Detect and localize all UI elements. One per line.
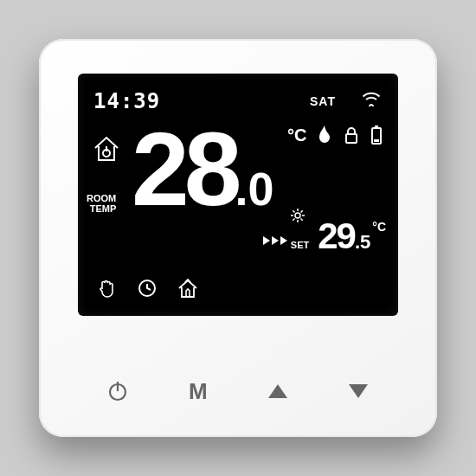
chevron-up-icon [268, 384, 287, 398]
arrow-right-icon [263, 236, 287, 245]
mode-icons-row [97, 278, 199, 302]
manual-hand-icon [97, 278, 118, 302]
room-temp-whole: 28 [132, 117, 236, 221]
mode-button-label: M [189, 378, 208, 405]
day-of-week: SAT [310, 94, 336, 108]
room-temperature: 28 .0 °C [132, 117, 274, 221]
room-label-line1: ROOM [87, 193, 116, 203]
room-temp-unit: °C [287, 125, 306, 145]
svg-rect-5 [374, 139, 379, 142]
set-temperature: 29.5°C [318, 215, 384, 257]
svg-rect-2 [346, 134, 357, 143]
clock-schedule-icon [137, 278, 158, 302]
away-house-icon [177, 278, 199, 302]
set-temp-decimal: .5 [355, 231, 370, 253]
room-label-line2: TEMP [87, 203, 116, 214]
set-temp-unit: °C [372, 220, 386, 234]
physical-buttons-row: M [78, 370, 398, 413]
flame-icon [317, 125, 332, 148]
svg-line-14 [301, 210, 303, 212]
battery-icon [370, 125, 383, 148]
room-temp-decimal: .0 [235, 162, 273, 215]
up-button[interactable] [256, 370, 299, 413]
clock-time: 14:39 [93, 89, 160, 113]
lcd-screen: 14:39 SAT ROOM TEMP 28 .0 °C [78, 74, 398, 316]
lock-icon [344, 126, 358, 147]
room-temp-label: ROOM TEMP [87, 193, 116, 214]
power-button[interactable] [96, 370, 139, 413]
set-temperature-row: SET 29.5°C [291, 215, 384, 257]
set-label: SET [291, 240, 309, 250]
house-temp-icon [92, 134, 121, 167]
svg-line-11 [293, 210, 294, 212]
status-icons [317, 125, 383, 148]
svg-rect-4 [375, 125, 378, 128]
mode-button[interactable]: M [177, 370, 220, 413]
wifi-icon [362, 91, 381, 110]
set-temp-whole: 29 [318, 215, 355, 256]
thermostat-device: 14:39 SAT ROOM TEMP 28 .0 °C [39, 39, 437, 437]
chevron-down-icon [349, 384, 368, 398]
down-button[interactable] [337, 370, 380, 413]
